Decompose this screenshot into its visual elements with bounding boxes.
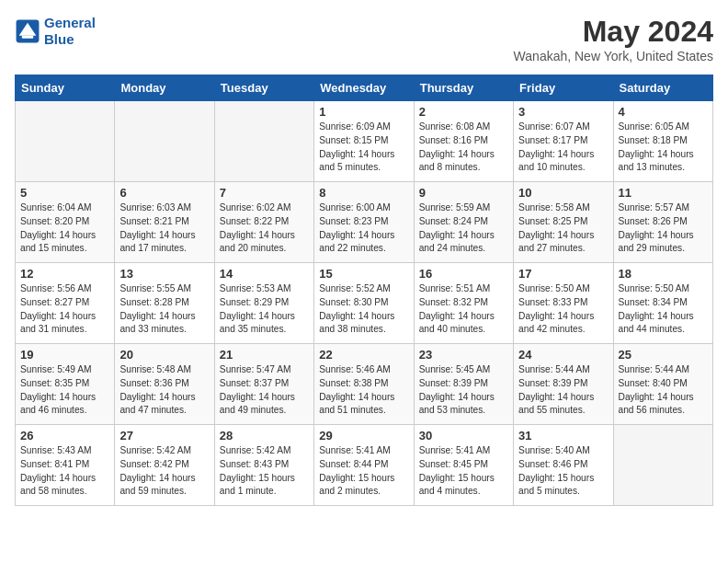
day-number: 24 <box>518 348 608 362</box>
calendar-week-4: 19Sunrise: 5:49 AMSunset: 8:35 PMDayligh… <box>16 344 713 425</box>
calendar-cell: 30Sunrise: 5:41 AMSunset: 8:45 PMDayligh… <box>414 425 513 506</box>
logo: General Blue <box>15 15 96 48</box>
day-number: 13 <box>119 267 209 281</box>
day-info: Sunrise: 5:41 AMSunset: 8:45 PMDaylight:… <box>419 444 508 499</box>
day-info: Sunrise: 5:53 AMSunset: 8:29 PMDaylight:… <box>220 282 309 337</box>
calendar-cell: 1Sunrise: 6:09 AMSunset: 8:15 PMDaylight… <box>314 101 414 182</box>
day-info: Sunrise: 6:07 AMSunset: 8:17 PMDaylight:… <box>518 121 608 175</box>
svg-rect-2 <box>22 36 33 39</box>
day-info: Sunrise: 6:05 AMSunset: 8:18 PMDaylight:… <box>619 121 708 175</box>
day-info: Sunrise: 5:42 AMSunset: 8:43 PMDaylight:… <box>220 444 309 499</box>
location: Wanakah, New York, United States <box>514 49 713 63</box>
day-info: Sunrise: 6:00 AMSunset: 8:23 PMDaylight:… <box>319 201 408 256</box>
calendar-table: SundayMondayTuesdayWednesdayThursdayFrid… <box>15 75 713 506</box>
day-info: Sunrise: 5:49 AMSunset: 8:35 PMDaylight:… <box>20 363 109 418</box>
day-info: Sunrise: 5:56 AMSunset: 8:27 PMDaylight:… <box>20 282 109 337</box>
calendar-cell: 20Sunrise: 5:48 AMSunset: 8:36 PMDayligh… <box>115 344 214 425</box>
day-info: Sunrise: 5:58 AMSunset: 8:25 PMDaylight:… <box>518 201 608 256</box>
day-number: 25 <box>619 348 708 362</box>
day-number: 2 <box>419 105 508 119</box>
calendar-cell <box>214 101 313 182</box>
day-number: 30 <box>419 429 508 442</box>
calendar-cell: 11Sunrise: 5:57 AMSunset: 8:26 PMDayligh… <box>613 182 712 263</box>
day-number: 6 <box>119 186 209 200</box>
day-number: 31 <box>518 429 608 442</box>
day-info: Sunrise: 5:51 AMSunset: 8:32 PMDaylight:… <box>419 282 508 337</box>
day-info: Sunrise: 5:50 AMSunset: 8:33 PMDaylight:… <box>518 282 608 337</box>
calendar-cell: 23Sunrise: 5:45 AMSunset: 8:39 PMDayligh… <box>414 344 513 425</box>
calendar-cell: 28Sunrise: 5:42 AMSunset: 8:43 PMDayligh… <box>214 425 313 506</box>
day-info: Sunrise: 5:43 AMSunset: 8:41 PMDaylight:… <box>20 444 109 499</box>
logo-text: General Blue <box>44 15 96 48</box>
calendar-cell: 25Sunrise: 5:44 AMSunset: 8:40 PMDayligh… <box>613 344 712 425</box>
calendar-cell: 17Sunrise: 5:50 AMSunset: 8:33 PMDayligh… <box>514 263 613 344</box>
calendar-cell: 19Sunrise: 5:49 AMSunset: 8:35 PMDayligh… <box>16 344 115 425</box>
day-number: 14 <box>220 267 309 281</box>
day-info: Sunrise: 5:44 AMSunset: 8:39 PMDaylight:… <box>518 363 608 418</box>
day-number: 5 <box>20 186 109 200</box>
calendar-week-5: 26Sunrise: 5:43 AMSunset: 8:41 PMDayligh… <box>16 425 713 506</box>
day-number: 29 <box>319 429 408 442</box>
day-number: 9 <box>419 186 508 200</box>
calendar-cell: 29Sunrise: 5:41 AMSunset: 8:44 PMDayligh… <box>314 425 414 506</box>
calendar-cell: 8Sunrise: 6:00 AMSunset: 8:23 PMDaylight… <box>314 182 414 263</box>
logo-line2: Blue <box>44 31 74 47</box>
header-wednesday: Wednesday <box>314 75 414 101</box>
header-saturday: Saturday <box>613 75 712 101</box>
calendar-cell: 22Sunrise: 5:46 AMSunset: 8:38 PMDayligh… <box>314 344 414 425</box>
logo-line1: General <box>44 15 96 30</box>
calendar-cell: 13Sunrise: 5:55 AMSunset: 8:28 PMDayligh… <box>115 263 214 344</box>
calendar-cell: 27Sunrise: 5:42 AMSunset: 8:42 PMDayligh… <box>115 425 214 506</box>
calendar-cell: 3Sunrise: 6:07 AMSunset: 8:17 PMDaylight… <box>514 101 613 182</box>
calendar-cell: 5Sunrise: 6:04 AMSunset: 8:20 PMDaylight… <box>16 182 115 263</box>
calendar-week-1: 1Sunrise: 6:09 AMSunset: 8:15 PMDaylight… <box>16 101 713 182</box>
calendar-cell: 7Sunrise: 6:02 AMSunset: 8:22 PMDaylight… <box>214 182 313 263</box>
header-thursday: Thursday <box>414 75 513 101</box>
day-number: 22 <box>319 348 408 362</box>
day-info: Sunrise: 6:04 AMSunset: 8:20 PMDaylight:… <box>20 201 109 256</box>
header-monday: Monday <box>115 75 214 101</box>
day-info: Sunrise: 6:03 AMSunset: 8:21 PMDaylight:… <box>119 201 209 256</box>
day-info: Sunrise: 5:44 AMSunset: 8:40 PMDaylight:… <box>619 363 708 418</box>
month-title: May 2024 <box>514 15 713 49</box>
day-number: 7 <box>220 186 309 200</box>
day-number: 16 <box>419 267 508 281</box>
day-number: 15 <box>319 267 408 281</box>
logo-icon <box>15 18 40 44</box>
day-info: Sunrise: 5:50 AMSunset: 8:34 PMDaylight:… <box>619 282 708 337</box>
calendar-cell: 6Sunrise: 6:03 AMSunset: 8:21 PMDaylight… <box>115 182 214 263</box>
day-info: Sunrise: 5:40 AMSunset: 8:46 PMDaylight:… <box>518 444 608 499</box>
day-number: 1 <box>319 105 408 119</box>
calendar-cell: 4Sunrise: 6:05 AMSunset: 8:18 PMDaylight… <box>613 101 712 182</box>
day-number: 12 <box>20 267 109 281</box>
day-info: Sunrise: 5:55 AMSunset: 8:28 PMDaylight:… <box>119 282 209 337</box>
day-info: Sunrise: 6:08 AMSunset: 8:16 PMDaylight:… <box>419 121 508 175</box>
title-block: May 2024 Wanakah, New York, United State… <box>514 15 713 63</box>
header-friday: Friday <box>514 75 613 101</box>
calendar-week-3: 12Sunrise: 5:56 AMSunset: 8:27 PMDayligh… <box>16 263 713 344</box>
page-header: General Blue May 2024 Wanakah, New York,… <box>15 15 713 63</box>
day-info: Sunrise: 5:45 AMSunset: 8:39 PMDaylight:… <box>419 363 508 418</box>
calendar-cell: 10Sunrise: 5:58 AMSunset: 8:25 PMDayligh… <box>514 182 613 263</box>
calendar-cell: 31Sunrise: 5:40 AMSunset: 8:46 PMDayligh… <box>514 425 613 506</box>
calendar-cell: 9Sunrise: 5:59 AMSunset: 8:24 PMDaylight… <box>414 182 513 263</box>
header-sunday: Sunday <box>16 75 115 101</box>
day-number: 23 <box>419 348 508 362</box>
day-info: Sunrise: 5:52 AMSunset: 8:30 PMDaylight:… <box>319 282 408 337</box>
calendar-cell: 12Sunrise: 5:56 AMSunset: 8:27 PMDayligh… <box>16 263 115 344</box>
calendar-cell: 15Sunrise: 5:52 AMSunset: 8:30 PMDayligh… <box>314 263 414 344</box>
calendar-cell: 21Sunrise: 5:47 AMSunset: 8:37 PMDayligh… <box>214 344 313 425</box>
calendar-cell: 2Sunrise: 6:08 AMSunset: 8:16 PMDaylight… <box>414 101 513 182</box>
day-number: 17 <box>518 267 608 281</box>
day-number: 20 <box>119 348 209 362</box>
calendar-cell: 16Sunrise: 5:51 AMSunset: 8:32 PMDayligh… <box>414 263 513 344</box>
day-number: 4 <box>619 105 708 119</box>
day-number: 10 <box>518 186 608 200</box>
day-info: Sunrise: 5:46 AMSunset: 8:38 PMDaylight:… <box>319 363 408 418</box>
calendar-cell: 14Sunrise: 5:53 AMSunset: 8:29 PMDayligh… <box>214 263 313 344</box>
day-number: 21 <box>220 348 309 362</box>
day-info: Sunrise: 5:47 AMSunset: 8:37 PMDaylight:… <box>220 363 309 418</box>
day-info: Sunrise: 6:09 AMSunset: 8:15 PMDaylight:… <box>319 121 408 175</box>
calendar-header-row: SundayMondayTuesdayWednesdayThursdayFrid… <box>16 75 713 101</box>
day-number: 8 <box>319 186 408 200</box>
